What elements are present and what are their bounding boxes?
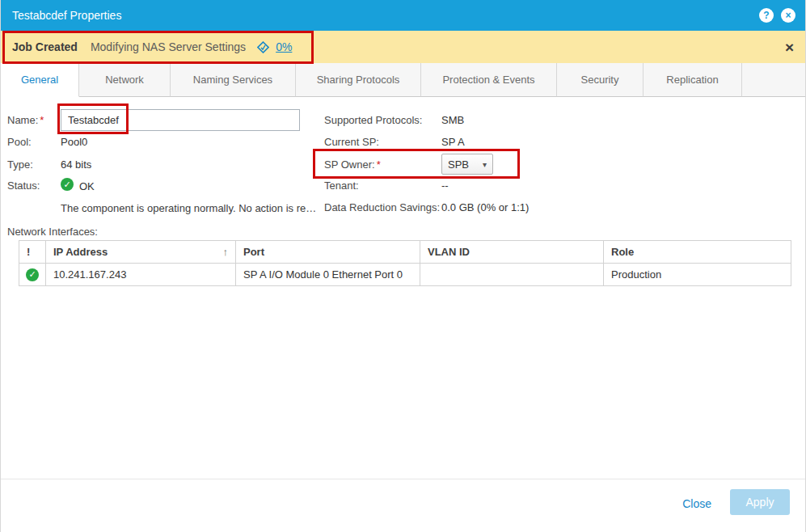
titlebar: Testabcdef Properties ? × xyxy=(1,0,805,31)
job-banner: Job Created Modifying NAS Server Setting… xyxy=(1,31,805,63)
tab-protection-events[interactable]: Protection & Events xyxy=(421,63,557,97)
dialog-footer: Close Apply xyxy=(1,479,805,532)
dialog-title: Testabcdef Properties xyxy=(12,9,121,22)
supported-protocols-value: SMB xyxy=(441,114,464,126)
close-icon[interactable]: × xyxy=(781,8,795,23)
tab-security[interactable]: Security xyxy=(557,63,644,97)
network-interfaces-label: Network Interfaces: xyxy=(7,226,98,238)
column-ip-address[interactable]: IP Address↑ xyxy=(46,241,236,264)
job-message: Modifying NAS Server Settings xyxy=(91,40,246,53)
tab-bar: General Network Naming Services Sharing … xyxy=(1,63,805,97)
cell-ip-address: 10.241.167.243 xyxy=(46,264,236,286)
general-tab-content: Name:* Pool: Pool0 Type: 64 bits Status:… xyxy=(1,97,805,479)
table-header-row: ! IP Address↑ Port VLAN ID Role xyxy=(19,241,791,264)
sp-owner-dropdown[interactable]: SPB ▾ xyxy=(441,154,493,175)
status-description: The component is operating normally. No … xyxy=(61,202,316,214)
sort-ascending-icon[interactable]: ↑ xyxy=(223,246,229,258)
apply-button[interactable]: Apply xyxy=(730,489,790,515)
name-label: Name:* xyxy=(7,114,44,126)
current-sp-value: SP A xyxy=(441,136,465,148)
data-reduction-label: Data Reduction Savings: xyxy=(324,201,440,213)
type-value: 64 bits xyxy=(61,158,91,171)
data-reduction-value: 0.0 GB (0% or 1:1) xyxy=(441,201,529,213)
required-asterisk: * xyxy=(40,114,44,126)
help-icon[interactable]: ? xyxy=(759,8,774,23)
supported-protocols-label: Supported Protocols: xyxy=(324,114,422,126)
tenant-label: Tenant: xyxy=(324,179,359,192)
chevron-down-icon: ▾ xyxy=(483,160,487,169)
current-sp-label: Current SP: xyxy=(324,136,379,148)
tenant-value: -- xyxy=(441,179,449,192)
titlebar-icons: ? × xyxy=(759,0,795,31)
tab-naming-services[interactable]: Naming Services xyxy=(171,63,296,97)
column-port[interactable]: Port xyxy=(236,241,420,264)
tab-sharing-protocols[interactable]: Sharing Protocols xyxy=(296,63,421,97)
tab-bar-filler xyxy=(742,63,805,97)
cell-role: Production xyxy=(604,264,791,286)
banner-close-icon[interactable]: × xyxy=(785,40,794,55)
status-ok-icon: ✓ xyxy=(61,178,74,191)
tab-network[interactable]: Network xyxy=(79,63,171,97)
cell-port: SP A I/O Module 0 Ethernet Port 0 xyxy=(236,264,420,286)
status-value: OK xyxy=(79,180,95,192)
type-label: Type: xyxy=(7,158,33,171)
properties-dialog: Testabcdef Properties ? × Job Created Mo… xyxy=(0,0,806,532)
column-role[interactable]: Role xyxy=(604,241,791,264)
status-ok-icon: ✓ xyxy=(26,268,39,281)
cell-status: ✓ xyxy=(19,264,46,286)
cell-vlan-id xyxy=(420,264,604,286)
table-row[interactable]: ✓ 10.241.167.243 SP A I/O Module 0 Ether… xyxy=(19,264,791,286)
network-interfaces-table: ! IP Address↑ Port VLAN ID Role ✓ 10.241… xyxy=(19,240,791,286)
close-button[interactable]: Close xyxy=(682,497,711,510)
required-asterisk: * xyxy=(377,158,381,171)
sp-owner-selected-value: SPB xyxy=(448,158,469,171)
column-vlan-id[interactable]: VLAN ID xyxy=(420,241,604,264)
job-progress-link[interactable]: 0% xyxy=(276,40,292,53)
pool-label: Pool: xyxy=(7,136,32,148)
status-label: Status: xyxy=(7,179,40,192)
job-icon xyxy=(257,41,269,53)
tab-replication[interactable]: Replication xyxy=(644,63,742,97)
column-status[interactable]: ! xyxy=(19,241,46,264)
tab-general[interactable]: General xyxy=(1,63,79,97)
sp-owner-label: SP Owner:* xyxy=(324,158,381,171)
job-created-label: Job Created xyxy=(12,40,78,53)
name-input[interactable] xyxy=(61,109,300,131)
pool-value: Pool0 xyxy=(61,136,87,148)
